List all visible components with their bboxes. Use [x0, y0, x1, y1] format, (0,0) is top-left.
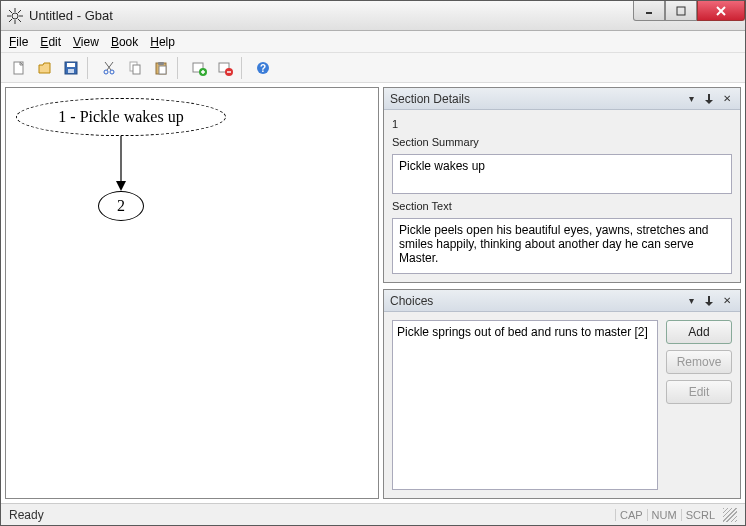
window-title: Untitled - Gbat [29, 8, 633, 23]
svg-line-5 [9, 10, 12, 13]
choice-item[interactable]: Pickle springs out of bed and runs to ma… [397, 325, 653, 339]
panel-pin-icon[interactable] [702, 294, 716, 308]
status-cap: CAP [615, 509, 647, 521]
panel-close-icon[interactable]: ✕ [720, 92, 734, 106]
svg-point-20 [110, 70, 114, 74]
section-summary-label: Section Summary [392, 136, 732, 148]
svg-marker-40 [705, 302, 713, 306]
svg-marker-36 [116, 181, 126, 191]
graph-canvas[interactable]: 1 - Pickle wakes up 2 [5, 87, 379, 499]
panel-pin-icon[interactable] [702, 92, 716, 106]
save-button[interactable] [59, 56, 83, 80]
section-text-input[interactable] [392, 218, 732, 274]
menu-help[interactable]: Help [150, 35, 175, 49]
section-details-title: Section Details [390, 92, 470, 106]
svg-rect-22 [133, 65, 140, 74]
remove-node-button[interactable] [213, 56, 237, 80]
resize-grip[interactable] [723, 508, 737, 522]
close-button[interactable] [697, 1, 745, 21]
menu-file[interactable]: File [9, 35, 28, 49]
panel-menu-icon[interactable]: ▾ [684, 92, 698, 106]
graph-node-2[interactable]: 2 [98, 191, 144, 221]
graph-edge-1-2 [113, 136, 129, 191]
menu-edit[interactable]: Edit [40, 35, 61, 49]
graph-node-1-label: 1 - Pickle wakes up [58, 108, 183, 126]
menu-book[interactable]: Book [111, 35, 138, 49]
paste-button[interactable] [149, 56, 173, 80]
open-button[interactable] [33, 56, 57, 80]
svg-line-7 [18, 10, 21, 13]
help-button[interactable]: ? [251, 56, 275, 80]
new-button[interactable] [7, 56, 31, 80]
svg-rect-37 [708, 94, 710, 100]
svg-line-6 [18, 19, 21, 22]
section-details-panel: Section Details ▾ ✕ 1 Section Summary Se… [383, 87, 741, 283]
status-ready: Ready [9, 508, 44, 522]
cut-button[interactable] [97, 56, 121, 80]
svg-line-8 [9, 19, 12, 22]
svg-rect-10 [677, 7, 685, 15]
maximize-button[interactable] [665, 1, 697, 21]
section-number: 1 [392, 118, 732, 130]
svg-point-0 [12, 13, 18, 19]
menubar: File Edit View Book Help [1, 31, 745, 53]
svg-rect-25 [159, 66, 166, 74]
choices-panel: Choices ▾ ✕ Pickle springs out of bed an… [383, 289, 741, 499]
titlebar: Untitled - Gbat [1, 1, 745, 31]
svg-rect-15 [67, 63, 75, 67]
add-node-button[interactable] [187, 56, 211, 80]
toolbar: ? [1, 53, 745, 83]
svg-rect-24 [158, 62, 164, 65]
panel-menu-icon[interactable]: ▾ [684, 294, 698, 308]
section-summary-input[interactable] [392, 154, 732, 194]
panel-close-icon[interactable]: ✕ [720, 294, 734, 308]
choices-title: Choices [390, 294, 433, 308]
choices-list[interactable]: Pickle springs out of bed and runs to ma… [392, 320, 658, 490]
svg-rect-16 [68, 69, 74, 73]
add-choice-button[interactable]: Add [666, 320, 732, 344]
copy-button[interactable] [123, 56, 147, 80]
svg-marker-38 [705, 100, 713, 104]
svg-rect-39 [708, 296, 710, 302]
graph-node-2-label: 2 [117, 197, 125, 215]
remove-choice-button[interactable]: Remove [666, 350, 732, 374]
svg-text:?: ? [260, 63, 266, 74]
svg-point-19 [104, 70, 108, 74]
edit-choice-button[interactable]: Edit [666, 380, 732, 404]
app-icon [7, 8, 23, 24]
status-scrl: SCRL [681, 509, 719, 521]
menu-view[interactable]: View [73, 35, 99, 49]
statusbar: Ready CAP NUM SCRL [1, 503, 745, 525]
minimize-button[interactable] [633, 1, 665, 21]
graph-node-1[interactable]: 1 - Pickle wakes up [16, 98, 226, 136]
section-text-label: Section Text [392, 200, 732, 212]
status-num: NUM [647, 509, 681, 521]
